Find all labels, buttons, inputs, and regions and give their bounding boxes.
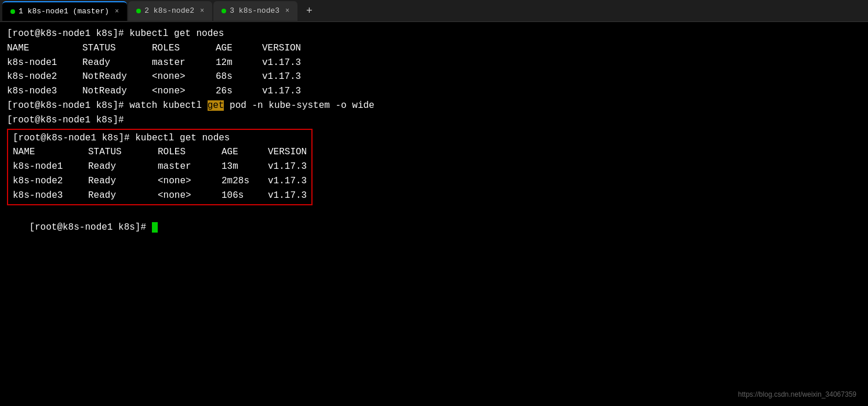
box-node2-row: k8s-node2Ready<none>2m28sv1.17.3 (8, 174, 311, 188)
line-empty-prompt: [root@k8s-node1 k8s]# (7, 113, 861, 128)
box-node1-row: k8s-node1Readymaster13mv1.17.3 (8, 160, 311, 174)
box-line-cmd: [root@k8s-node1 k8s]# kubectl get nodes (8, 131, 311, 146)
tab-node1[interactable]: 1 k8s-node1 (master) × (2, 1, 127, 21)
tab-dot-1 (10, 9, 15, 14)
last-prompt-text: [root@k8s-node1 k8s]# (29, 222, 151, 233)
tab-node2[interactable]: 2 k8s-node2 × (128, 1, 212, 21)
terminal[interactable]: [root@k8s-node1 k8s]# kubectl get nodes … (0, 22, 868, 406)
watermark: https://blog.csdn.net/weixin_34067359 (738, 389, 856, 400)
tab-label-3: 3 k8s-node3 (230, 6, 279, 15)
line-watch-cmd: [root@k8s-node1 k8s]# watch kubectl get … (7, 99, 861, 113)
tab-close-1[interactable]: × (115, 8, 119, 16)
tab-dot-2 (136, 9, 141, 13)
line-1: [root@k8s-node1 k8s]# kubectl get nodes (7, 27, 861, 41)
last-prompt-line: [root@k8s-node1 k8s]# (7, 206, 861, 249)
tab-close-3[interactable]: × (285, 7, 289, 15)
box-node3-row: k8s-node3Ready<none>106sv1.17.3 (8, 188, 311, 203)
tab-dot-3 (221, 9, 226, 13)
terminal-cursor (152, 222, 158, 233)
tab-label-1: 1 k8s-node1 (master) (19, 7, 109, 16)
box-header: NAMESTATUSROLESAGEVERSION (8, 145, 311, 160)
line-header-1: NAMESTATUSROLESAGEVERSION (7, 41, 861, 56)
red-bordered-section: [root@k8s-node1 k8s]# kubectl get nodes … (7, 129, 313, 205)
line-node1-row1: k8s-node1Readymaster12mv1.17.3 (7, 56, 861, 70)
tab-close-2[interactable]: × (200, 7, 204, 15)
new-tab-button[interactable]: + (301, 3, 317, 19)
tab-label-2: 2 k8s-node2 (144, 6, 194, 15)
tab-bar: 1 k8s-node1 (master) × 2 k8s-node2 × 3 k… (0, 0, 868, 22)
tab-node3[interactable]: 3 k8s-node3 × (213, 1, 297, 21)
line-node3-row1: k8s-node3NotReady<none>26sv1.17.3 (7, 84, 861, 99)
line-node2-row1: k8s-node2NotReady<none>68sv1.17.3 (7, 70, 861, 84)
